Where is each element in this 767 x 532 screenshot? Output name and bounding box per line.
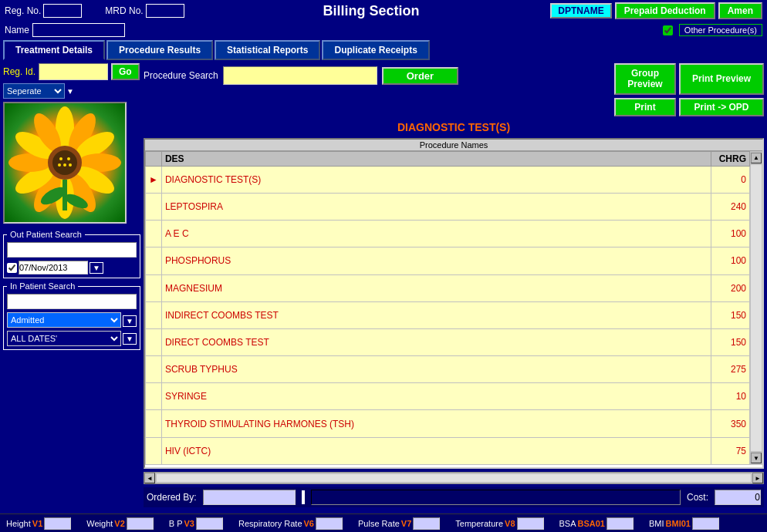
scroll-up-button[interactable]: ▲ xyxy=(751,153,762,163)
scroll-down-button[interactable]: ▼ xyxy=(751,453,762,463)
reg-no-field: Reg. No. xyxy=(5,4,82,18)
footer: Height V1 Weight V2 B P V3 Respiratory R… xyxy=(0,513,767,532)
proc-search-label: Procedure Search xyxy=(144,70,218,81)
reg-id-input[interactable] xyxy=(39,63,108,80)
print-button[interactable]: Print xyxy=(614,98,676,116)
row-name: HIV (ICTC) xyxy=(161,437,711,464)
table-row[interactable]: PHOSPHORUS100 xyxy=(146,247,750,274)
temp-input[interactable] xyxy=(517,517,544,530)
in-patient-search-legend: In Patient Search xyxy=(7,281,78,291)
cost-input[interactable] xyxy=(715,490,761,505)
amen-button[interactable]: Amen xyxy=(718,2,762,19)
svg-point-13 xyxy=(52,150,77,175)
out-patient-search-group: Out Patient Search ▼ xyxy=(3,230,140,278)
separate-row: Seperate ▼ xyxy=(3,83,140,99)
print-opd-button[interactable]: Print -> OPD xyxy=(679,98,764,116)
row-charge: 150 xyxy=(711,328,750,355)
table-row[interactable]: SCRUB TYPHUS275 xyxy=(146,356,750,383)
ordered-by-input[interactable] xyxy=(203,490,296,505)
row-name: MAGNESIUM xyxy=(161,274,711,301)
row-charge: 150 xyxy=(711,301,750,328)
admitted-arrow-button[interactable]: ▼ xyxy=(123,315,137,327)
row-name: DIRECT COOMBS TEST xyxy=(161,328,711,355)
row-name: PHOSPHORUS xyxy=(161,247,711,274)
row-arrow xyxy=(146,437,162,464)
other-procedures-checkbox[interactable] xyxy=(663,25,673,35)
row-arrow xyxy=(146,193,162,220)
row-name: SYRINGE xyxy=(161,383,711,410)
tab-treatment-details[interactable]: Treatment Details xyxy=(3,40,105,60)
rr-field: Respiratory Rate V6 xyxy=(238,517,343,530)
scroll-left-button[interactable]: ◄ xyxy=(144,473,155,483)
name-input[interactable] xyxy=(32,23,125,37)
table-row[interactable]: LEPTOSPIRA240 xyxy=(146,193,750,220)
top-controls-row: Procedure Search Order GroupPreview Prin… xyxy=(144,63,764,116)
height-input[interactable] xyxy=(44,517,71,530)
table-row[interactable]: A E C100 xyxy=(146,221,750,247)
alldates-arrow-button[interactable]: ▼ xyxy=(123,333,137,345)
all-dates-select[interactable]: ALL DATES' xyxy=(7,331,121,346)
table-row[interactable]: THYROID STIMULATING HARMONES (TSH)350 xyxy=(146,410,750,437)
weight-field: Weight V2 xyxy=(86,517,154,530)
dptname-button[interactable]: DPTNAME xyxy=(550,3,611,19)
height-label: Height xyxy=(6,519,31,528)
tab-procedure-results[interactable]: Procedure Results xyxy=(106,40,213,60)
group-preview-button[interactable]: GroupPreview xyxy=(614,63,676,95)
bsa-input[interactable] xyxy=(607,517,634,530)
table-row[interactable]: DIRECT COOMBS TEST150 xyxy=(146,328,750,355)
table-row[interactable]: INDIRECT COOMBS TEST150 xyxy=(146,301,750,328)
row-name: SCRUB TYPHUS xyxy=(161,356,711,383)
date-arrow-button[interactable]: ▼ xyxy=(90,262,103,274)
bsa-label: BSA xyxy=(559,519,576,528)
diag-title: DIAGNOSTIC TEST(S) xyxy=(144,121,764,133)
separate-select[interactable]: Seperate xyxy=(3,83,65,99)
bmi-value: BMI01 xyxy=(666,519,691,528)
rr-input[interactable] xyxy=(316,517,343,530)
tab-duplicate-receipts[interactable]: Duplicate Receipts xyxy=(322,40,429,60)
pulse-value: V7 xyxy=(401,519,411,528)
table-scrollbar[interactable]: ▲ ▼ xyxy=(750,151,762,465)
table-header-row: DES CHRG xyxy=(146,151,750,166)
row-name: INDIRECT COOMBS TEST xyxy=(161,301,711,328)
svg-point-16 xyxy=(63,163,66,167)
table-row[interactable]: ►DIAGNOSTIC TEST(S)0 xyxy=(146,166,750,193)
bp-field: B P V3 xyxy=(169,517,223,530)
admitted-select[interactable]: Admitted xyxy=(7,312,121,328)
in-patient-search-input[interactable] xyxy=(7,294,137,309)
buttons-row1: GroupPreview Print Preview xyxy=(614,63,764,95)
go-button[interactable]: Go xyxy=(111,63,140,80)
pulse-input[interactable] xyxy=(413,517,440,530)
bp-input[interactable] xyxy=(196,517,223,530)
row-charge: 75 xyxy=(711,437,750,464)
temp-label: Temperature xyxy=(455,519,503,528)
mrd-no-input[interactable] xyxy=(146,4,184,18)
scroll-right-button[interactable]: ► xyxy=(752,473,763,483)
prepaid-deduction-button[interactable]: Prepaid Deduction xyxy=(615,2,715,19)
proc-search-input[interactable] xyxy=(223,66,377,85)
date-checkbox[interactable] xyxy=(7,263,17,273)
reg-no-input[interactable] xyxy=(43,4,82,18)
row-arrow xyxy=(146,328,162,355)
weight-input[interactable] xyxy=(127,517,154,530)
table-row[interactable]: MAGNESIUM200 xyxy=(146,274,750,301)
table-row[interactable]: SYRINGE10 xyxy=(146,383,750,410)
reg-no-label: Reg. No. xyxy=(5,5,41,16)
bmi-input[interactable] xyxy=(692,517,719,530)
flower-svg xyxy=(7,105,123,221)
main-content: Reg. Id. Go Seperate ▼ xyxy=(0,60,767,510)
out-patient-search-input[interactable] xyxy=(7,242,137,258)
row-charge: 350 xyxy=(711,410,750,437)
bsa-field: BSA BSA01 xyxy=(559,517,634,530)
date-input[interactable] xyxy=(19,261,88,274)
print-preview-button[interactable]: Print Preview xyxy=(679,63,764,95)
order-button[interactable]: Order xyxy=(382,67,458,85)
row-charge: 275 xyxy=(711,356,750,383)
row-charge: 240 xyxy=(711,193,750,220)
table-row[interactable]: HIV (ICTC)75 xyxy=(146,437,750,464)
bsa-value: BSA01 xyxy=(578,519,605,528)
tab-statistical-reports[interactable]: Statistical Reports xyxy=(215,40,320,60)
right-panel: Procedure Search Order GroupPreview Prin… xyxy=(144,63,764,507)
mrd-no-label: MRD No. xyxy=(105,5,143,16)
svg-point-15 xyxy=(67,157,70,160)
weight-label: Weight xyxy=(86,519,113,528)
